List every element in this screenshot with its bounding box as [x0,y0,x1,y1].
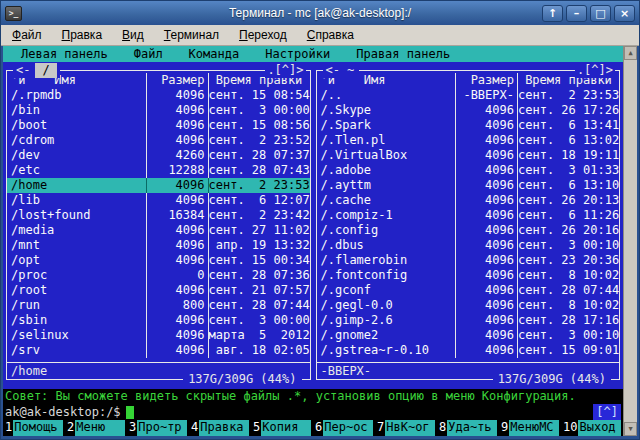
file-row[interactable]: /.Spark4096сент. 6 13:41 [317,118,620,133]
command-line[interactable]: ak@ak-desktop:/$ [^] [3,404,623,420]
mcmenu-item[interactable]: Левая панель [21,46,108,62]
scrollbar[interactable]: ▲ ▼ [623,46,637,436]
file-size: 4096 [455,133,517,148]
fkey-label: Выход [578,420,621,436]
appmenu-item[interactable]: Файл [9,27,45,43]
file-time: сент. 18 19:11 [517,148,619,163]
file-row[interactable]: /selinux4096марта 5 2012 [7,328,310,343]
file-row[interactable]: /.dbus4096сент. 3 00:10 [317,238,620,253]
file-row[interactable]: /home4096сент. 2 23:53 [7,178,310,193]
file-size: 4096 [146,88,208,103]
fkey-number: 2 [65,420,75,436]
fkey-label: Меню [75,420,125,436]
file-row[interactable]: /.fontconfig4096сент. 8 10:02 [317,268,620,283]
file-row[interactable]: /.cache4096сент. 26 20:13 [317,193,620,208]
fkey-label: Пер~ос [323,420,373,436]
file-row[interactable]: /.rpmdb4096сент. 15 08:54 [7,88,310,103]
file-row[interactable]: /.ayttm4096сент. 6 13:10 [317,178,620,193]
title-bar[interactable]: >_ Терминал - mc [ak@ak-desktop]:/ ↑–□× [1,1,639,25]
file-row[interactable]: /bin4096сент. 3 00:00 [7,103,310,118]
column-size[interactable]: Размер [146,73,208,88]
fkey-4[interactable]: 4Правка [189,420,251,436]
close-button[interactable]: × [614,5,635,22]
file-row[interactable]: /.compiz-14096сент. 6 11:26 [317,208,620,223]
appmenu-item[interactable]: Терминал [161,27,222,43]
scroll-down-icon[interactable]: ▼ [624,422,637,436]
file-name: /lib [7,193,146,208]
file-row[interactable]: /.adobe4096сент. 3 01:33 [317,163,620,178]
fkey-number: 1 [3,420,13,436]
file-size: 4096 [146,238,208,253]
file-row[interactable]: /opt4096сент. 15 00:34 [7,253,310,268]
mcmenu-item[interactable]: Настройки [265,46,330,62]
file-row[interactable]: /lib4096сент. 6 12:07 [7,193,310,208]
disk-usage: 137G/309G (44%) [183,372,301,387]
file-row[interactable]: /dev4260сент. 28 07:37 [7,148,310,163]
file-row[interactable]: /.gnome24096сент. 3 00:10 [317,328,620,343]
file-row[interactable]: /cdrom4096сент. 2 23:52 [7,133,310,148]
file-row[interactable]: /..-ВВЕРХ-сент. 2 23:53 [317,88,620,103]
scroll-up-icon[interactable]: ▲ [624,46,637,60]
panel-updir-button[interactable]: .[^]> [575,63,615,78]
fkey-9[interactable]: 9МенюМС [499,420,561,436]
terminal-icon: >_ [5,6,22,21]
file-row[interactable]: /proc0сент. 28 07:36 [7,268,310,283]
fkey-number: 8 [437,420,447,436]
panel-updir-button[interactable]: .[^]> [265,63,305,78]
panel-back-button[interactable]: <- [326,63,340,78]
panel-back-button[interactable]: <- [16,63,30,78]
file-row[interactable]: /run800сент. 28 07:44 [7,298,310,313]
panel-path[interactable]: / [35,63,56,78]
fkey-3[interactable]: 3Про~тр [127,420,189,436]
file-row[interactable]: /.Tlen.pl4096сент. 6 13:02 [317,133,620,148]
appmenu-item[interactable]: Правка [59,27,106,43]
mcmenu-item[interactable]: Файл [134,46,163,62]
file-time: сент. 3 01:33 [517,163,619,178]
fkey-8[interactable]: 8Уда~ть [437,420,499,436]
file-row[interactable]: /.gstrea~r-0.104096сент. 15 09:01 [317,343,620,358]
mcmenu-item[interactable]: Правая панель [356,46,450,62]
appmenu-item[interactable]: Вид [119,27,147,43]
file-row[interactable]: /mnt4096 апр. 19 13:32 [7,238,310,253]
file-row[interactable]: /sbin4096сент. 3 00:00 [7,313,310,328]
file-time: сент. 15 08:54 [208,88,310,103]
file-row[interactable]: /lost+found16384сент. 2 23:42 [7,208,310,223]
hint-line: Совет: Вы сможете видеть скрытые файлы .… [3,389,623,404]
file-name: /.rpmdb [7,88,146,103]
mcmenu-item[interactable]: Команда [189,46,240,62]
file-row[interactable]: /.gegl-0.04096сент. 8 10:02 [317,298,620,313]
panel-path[interactable]: ~ [345,63,356,78]
appmenu-item[interactable]: Переход [236,27,290,43]
file-row[interactable]: /srv4096 авг. 18 02:05 [7,343,310,358]
file-name: /.cache [317,193,456,208]
fkey-5[interactable]: 5Копия [251,420,313,436]
appmenu-item[interactable]: Справка [304,27,357,43]
file-row[interactable]: /.Skype4096сент. 26 17:26 [317,103,620,118]
mc-panels: <- / .[^]> 'и Имя Размер Время правки /.… [3,62,623,389]
fkey-1[interactable]: 1Помощь [3,420,65,436]
fkey-2[interactable]: 2Меню [65,420,127,436]
fkey-10[interactable]: 10Выход [561,420,623,436]
history-button[interactable]: [^] [593,404,621,420]
file-row[interactable]: /.config4096сент. 26 20:16 [317,223,620,238]
rollup-button[interactable]: ↑ [542,5,563,22]
file-row[interactable]: /.VirtualBox4096сент. 18 19:11 [317,148,620,163]
file-row[interactable]: /root4096сент. 21 07:57 [7,283,310,298]
fkey-label: Уда~ть [447,420,497,436]
column-size[interactable]: Размер [455,73,517,88]
file-row[interactable]: /etc12288сент. 28 07:43 [7,163,310,178]
file-name: /media [7,223,146,238]
maximize-button[interactable]: □ [590,5,611,22]
fkey-6[interactable]: 6Пер~ос [313,420,375,436]
fkey-7[interactable]: 7НвК~ог [375,420,437,436]
file-time: сент. 3 00:00 [208,103,310,118]
file-row[interactable]: /.gconf4096сент. 28 07:44 [317,283,620,298]
file-row[interactable]: /boot4096сент. 15 08:56 [7,118,310,133]
file-row[interactable]: /.gimp-2.64096сент. 28 17:16 [317,313,620,328]
file-row[interactable]: /.flamerobin4096сент. 23 20:36 [317,253,620,268]
minimize-button[interactable]: – [566,5,587,22]
file-size: 4096 [455,268,517,283]
file-time: сент. 6 13:02 [517,133,619,148]
panel-rows-left: /.rpmdb4096сент. 15 08:54/bin4096сент. 3… [7,88,310,358]
file-row[interactable]: /media4096сент. 27 11:02 [7,223,310,238]
